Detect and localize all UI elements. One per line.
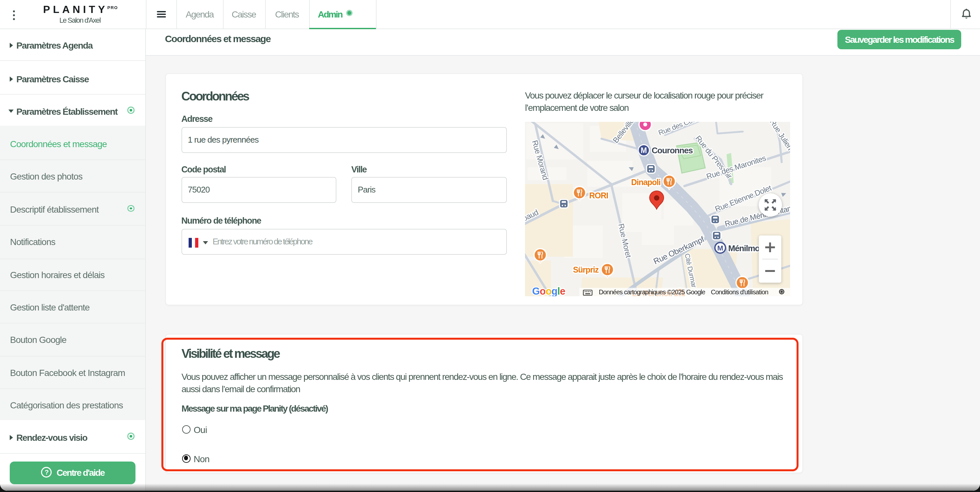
- svg-text:Couronnes: Couronnes: [652, 146, 693, 156]
- svg-text:Google: Google: [532, 286, 565, 296]
- svg-text:RORI: RORI: [589, 191, 608, 200]
- svg-text:Conditions d'utilisation: Conditions d'utilisation: [711, 289, 768, 296]
- svg-text:?: ?: [45, 469, 49, 476]
- svg-text:M: M: [717, 244, 723, 252]
- svg-text:Ménilmo: Ménilmo: [728, 244, 760, 253]
- svg-text:M: M: [641, 146, 647, 155]
- svg-text:Sürpriz: Sürpriz: [573, 266, 599, 274]
- svg-text:Dinapoli: Dinapoli: [631, 178, 660, 187]
- svg-text:Données cartographiques ©2025: Données cartographiques ©2025 Google: [599, 289, 705, 296]
